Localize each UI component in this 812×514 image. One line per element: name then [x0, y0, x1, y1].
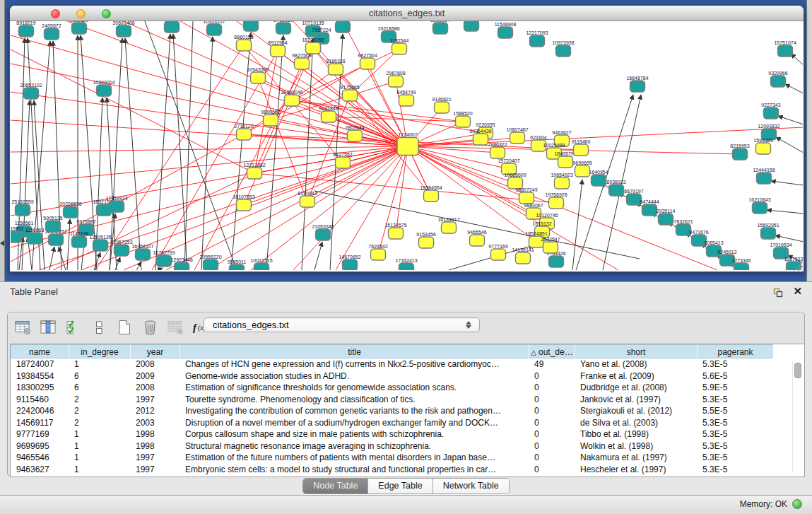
graph-node[interactable]: 12444158 [753, 168, 775, 185]
table-selector-dropdown[interactable]: citations_edges.txt [204, 317, 480, 332]
graph-node[interactable]: 8918019 [16, 21, 35, 37]
column-header-short[interactable]: short [575, 344, 697, 358]
graph-node[interactable]: 8427552 [333, 152, 352, 169]
graph-node[interactable]: 8860123 [234, 35, 253, 52]
graph-node[interactable]: 21053346 [312, 224, 334, 241]
table-row[interactable]: 1830029562008Estimation of significance … [11, 382, 804, 394]
tab-network-table[interactable]: Network Table [433, 479, 509, 493]
graph-node[interactable]: 10973938 [552, 40, 574, 57]
graph-node[interactable]: 16210643 [748, 197, 770, 214]
table-row[interactable]: 2242004622012Investigating the contribut… [11, 405, 804, 417]
graph-node[interactable]: 3915911 [11, 226, 23, 243]
table-row[interactable]: 1456911722003Disruption of a novel membe… [11, 417, 804, 429]
graph-node[interactable]: 10553257 [203, 21, 225, 35]
graph-node[interactable]: 20206536 [59, 201, 81, 218]
graph-node[interactable]: 19756928 [545, 192, 567, 209]
table-row[interactable]: 969969511998Structural magnetic resonanc… [11, 440, 804, 452]
graph-node[interactable]: 9777169 [488, 244, 507, 261]
graph-node[interactable]: 15134575 [384, 223, 406, 240]
row-selection-icon[interactable] [64, 318, 83, 337]
graph-node[interactable]: 8215953 [730, 144, 749, 160]
graph-node[interactable]: 22420046 [281, 90, 302, 107]
graph-node[interactable]: 10688609 [504, 173, 526, 189]
graph-node[interactable]: 12505135 [89, 235, 111, 252]
graph-node[interactable]: 2803144 [345, 125, 364, 142]
table-row[interactable]: 1938455462009Genome-wide association stu… [11, 370, 804, 382]
graph-node[interactable]: 15272502 [160, 21, 182, 33]
graph-node[interactable]: 18107553 [233, 194, 254, 211]
graph-node[interactable]: 1640954 [589, 170, 608, 187]
graph-node[interactable]: 1182544 [390, 38, 409, 55]
graph-node[interactable]: 10022515 [250, 258, 272, 271]
graph-node[interactable]: 8912954 [268, 40, 287, 57]
rows-icon[interactable] [90, 318, 109, 337]
graph-node[interactable]: 8813014 [430, 21, 449, 34]
graph-node[interactable]: 10807487 [506, 127, 528, 144]
table-row[interactable]: 1872400712008Changes of HCN gene express… [11, 358, 804, 370]
graph-node[interactable]: 15692951 [757, 223, 779, 240]
column-header-in_degree[interactable]: in_degree [69, 344, 130, 358]
graph-node[interactable]: 1588520 [453, 111, 472, 128]
graph-node[interactable]: 9827509 [292, 53, 311, 70]
column-header-pagerank[interactable]: pagerank [697, 344, 773, 358]
graph-node[interactable]: 9146821 [432, 97, 451, 114]
graph-node[interactable]: 20653102 [20, 83, 42, 100]
graph-node[interactable]: 8170043 [298, 191, 317, 208]
graph-node[interactable]: 8466160 [273, 21, 293, 34]
tab-edge-table[interactable]: Edge Table [367, 479, 432, 493]
table-mode-icon[interactable] [13, 318, 33, 337]
close-panel-icon[interactable]: ✕ [793, 285, 802, 298]
table-row[interactable]: 946362711997Embryonic stem cells: a mode… [11, 464, 804, 476]
network-canvas[interactable]: 8918019240557298623202069140615272502105… [11, 21, 803, 270]
column-header-title[interactable]: title [180, 344, 529, 358]
graph-node[interactable]: 18226058 [302, 37, 324, 54]
graph-node[interactable]: 1527602 [241, 21, 260, 31]
graph-node[interactable]: 9595011 [228, 259, 247, 271]
graph-node[interactable]: 12923448 [170, 257, 192, 271]
graph-node[interactable]: 1145196 [70, 231, 89, 248]
float-window-icon[interactable] [772, 287, 784, 298]
graph-node[interactable]: 2935114 [657, 209, 676, 226]
graph-node[interactable]: 9115460 [572, 139, 591, 156]
graph-node[interactable]: 10543392 [247, 67, 269, 84]
graph-node[interactable]: 8938923 [606, 180, 625, 197]
graph-node[interactable]: 1156863 [25, 228, 45, 245]
graph-node[interactable]: 9465546 [467, 230, 486, 247]
graph-node[interactable]: 1273346 [731, 258, 751, 271]
graph-node[interactable]: 9242848 [319, 106, 338, 123]
graph-node[interactable]: 14988805 [331, 21, 353, 33]
graph-node[interactable]: 5905135 [43, 216, 62, 233]
graph-node[interactable]: 9329966 [768, 71, 787, 88]
graph-node[interactable]: 19654923 [551, 173, 572, 189]
graph-node[interactable]: 17359924 [105, 196, 127, 213]
graph-node[interactable]: 9227343 [761, 103, 780, 119]
tab-node-table[interactable]: Node Table [303, 479, 367, 493]
graph-node[interactable]: 9175685 [340, 85, 359, 102]
network-graph[interactable]: 8918019240557298623202069140615272502105… [11, 21, 803, 270]
graph-node[interactable]: 11548908 [495, 22, 517, 39]
show-column-icon[interactable] [39, 318, 58, 337]
graph-node[interactable]: 16134417 [437, 217, 459, 234]
graph-node[interactable]: 9862320 [69, 21, 88, 34]
network-frame-titlebar[interactable]: citations_edges.txt [10, 6, 804, 21]
graph-node[interactable]: 25160559 [11, 199, 33, 216]
delete-column-icon[interactable] [141, 318, 160, 337]
graph-node[interactable]: 14670652 [339, 255, 360, 271]
graph-node[interactable]: 12213382 [243, 163, 265, 180]
table-row[interactable]: 946554611997Estimation of the future num… [11, 452, 804, 464]
scrollbar-thumb[interactable] [794, 363, 801, 378]
graph-node[interactable]: 1595381 [753, 138, 772, 155]
column-header-name[interactable]: name [11, 344, 69, 358]
graph-node[interactable]: 7986322 [488, 142, 507, 159]
graph-node[interactable]: 15751074 [774, 40, 796, 57]
graph-node[interactable]: 9890562 [261, 110, 280, 127]
create-column-icon[interactable] [115, 318, 134, 337]
graph-node[interactable]: 10399004 [93, 80, 114, 97]
graph-node[interactable]: 20558220 [199, 255, 221, 271]
graph-node[interactable]: 18807249 [515, 187, 537, 204]
table-row[interactable]: 911546021997Tourette syndrome. Phenomeno… [11, 394, 804, 406]
graph-node[interactable]: 2522547 [541, 237, 560, 254]
graph-node[interactable]: 12217093 [526, 30, 548, 47]
graph-node[interactable]: 16648784 [626, 76, 648, 93]
graph-node[interactable]: 12125492 [460, 21, 482, 31]
